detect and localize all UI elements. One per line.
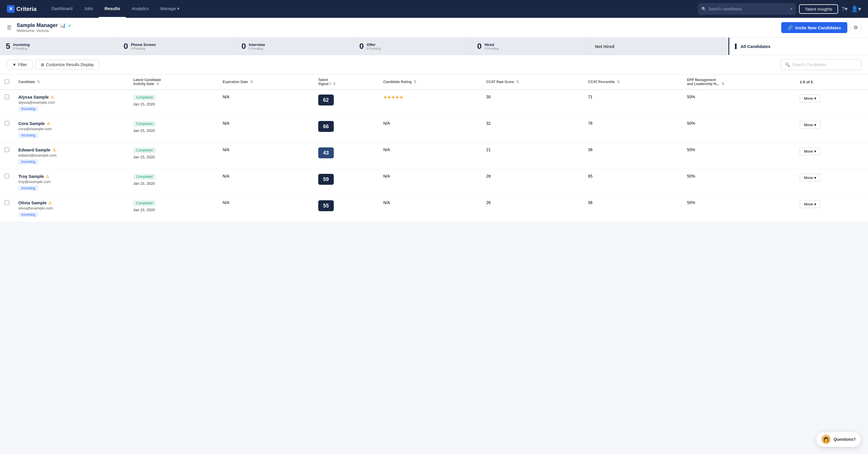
select-all-header[interactable] — [0, 74, 14, 90]
row-checkbox[interactable] — [5, 174, 9, 178]
completed-badge: Completed — [133, 174, 156, 180]
table-row: Alyssa Sample ⚠ alyssa@example.com Incom… — [0, 90, 868, 116]
pagination-label: 1-5 of 5 — [800, 80, 813, 84]
link-icon: 🔗 — [787, 25, 793, 30]
move-button[interactable]: Move ▾ — [800, 121, 820, 129]
candidate-name[interactable]: Edward Sample ⚠ — [19, 147, 124, 152]
candidate-name[interactable]: Olivia Sample ⚠ — [19, 200, 124, 205]
sort-icon: ⇅ — [413, 80, 416, 84]
candidates-table-wrapper: Candidate ⇅ Latest CandidateActivity Dat… — [0, 74, 868, 222]
candidate-name[interactable]: Troy Sample ⚠ — [19, 174, 124, 179]
warning-icon: ⚠ — [46, 121, 50, 126]
col-ccat-raw[interactable]: CCAT Raw Score ⇅ — [482, 74, 584, 90]
col-candidate-rating[interactable]: Candidate Rating ⇅ — [378, 74, 482, 90]
offer-sub: 0 Pending — [367, 47, 381, 50]
candidate-rating-cell: ★★★★★ — [378, 90, 482, 116]
user-menu-button[interactable]: 👤▾ — [851, 5, 861, 12]
row-checkbox-cell — [0, 143, 14, 169]
warning-icon: ⚠ — [48, 201, 52, 205]
candidate-name[interactable]: Alyssa Sample ⚠ — [19, 94, 124, 99]
move-button[interactable]: Move ▾ — [800, 94, 820, 102]
row-checkbox[interactable] — [5, 147, 9, 152]
pipeline-all-candidates[interactable]: ▌ All Candidates — [728, 38, 868, 55]
pipeline-incoming[interactable]: 5 Incoming 0 Pending — [0, 38, 118, 55]
pipeline-phone-screen[interactable]: 0 Phone Screen 0 Pending — [118, 38, 236, 55]
search-icon: 🔍 — [702, 7, 706, 11]
ccat-percentile-cell: 78 — [583, 116, 682, 143]
stage-badge: Incoming — [19, 186, 38, 191]
header-left: ☰ Sample Manager 📊 ✔ Melbourne, Victoria — [7, 22, 71, 33]
filter-button[interactable]: ▼ Filter — [7, 60, 32, 69]
table-row: Troy Sample ⚠ troy@example.com Incoming … — [0, 169, 868, 196]
incoming-sub: 0 Pending — [13, 47, 30, 50]
ccat-raw-score: 21 — [486, 147, 491, 152]
epp-value: 50% — [687, 147, 695, 152]
bar-chart-icon: 📊 — [60, 23, 66, 28]
expiration-value: N/A — [223, 147, 229, 152]
ccat-raw-score: 28 — [486, 174, 491, 178]
row-checkbox[interactable] — [5, 200, 9, 205]
stage-badge: Incoming — [19, 159, 38, 164]
move-cell: Move ▾ — [795, 143, 868, 169]
pipeline-offer[interactable]: 0 Offer 0 Pending — [353, 38, 471, 55]
incoming-count: 5 — [6, 42, 10, 51]
nav-search-input[interactable] — [709, 7, 788, 11]
page-subtitle: Melbourne, Victoria — [17, 28, 71, 33]
col-epp[interactable]: EPP Managementand Leadership %... ⇅ — [682, 74, 795, 90]
move-cell: Move ▾ — [795, 90, 868, 116]
expiration-value: N/A — [223, 174, 229, 178]
nav-jobs[interactable]: Jobs — [78, 0, 99, 18]
candidates-search-bar[interactable]: 🔍 — [781, 59, 861, 70]
activity-date-cell: Completed Jan 15, 2020 — [129, 143, 218, 169]
ccat-percentile-value: 38 — [588, 147, 593, 152]
page-header: ☰ Sample Manager 📊 ✔ Melbourne, Victoria… — [0, 18, 868, 38]
nav-manage[interactable]: Manage ▾ — [155, 0, 185, 18]
pipeline-hired[interactable]: 0 Hired 0 Pending — [471, 38, 589, 55]
expiration-cell: N/A — [218, 143, 313, 169]
talent-insights-button[interactable]: Talent Insights — [799, 4, 838, 14]
talent-signal-score: 62 — [318, 94, 334, 105]
pipeline-not-hired[interactable]: Not Hired — [589, 38, 728, 55]
sort-icon: ⇅ — [721, 82, 724, 86]
row-checkbox[interactable] — [5, 94, 9, 99]
help-button[interactable]: ?▾ — [842, 5, 847, 12]
col-ccat-percentile[interactable]: CCAT Percentile ⇅ — [583, 74, 682, 90]
table-header-row: Candidate ⇅ Latest CandidateActivity Dat… — [0, 74, 868, 90]
row-checkbox[interactable] — [5, 121, 9, 126]
star-rating[interactable]: ★★★★★ — [383, 95, 403, 100]
expiration-value: N/A — [223, 200, 229, 205]
candidate-name[interactable]: Cora Sample ⚠ — [19, 121, 124, 126]
col-talent-signal[interactable]: TalentSignal ℹ ⇅ — [314, 74, 379, 90]
epp-cell: 50% — [682, 116, 795, 143]
candidates-search-input[interactable] — [792, 62, 857, 67]
col-expiration[interactable]: Expiration Date ⇅ — [218, 74, 313, 90]
customize-icon: ⊞ — [41, 62, 44, 67]
invite-candidates-button[interactable]: 🔗 Invite New Candidates — [781, 22, 847, 33]
col-candidate[interactable]: Candidate ⇅ — [14, 74, 129, 90]
logo-text: Criteria — [17, 6, 36, 12]
candidate-cell: Alyssa Sample ⚠ alyssa@example.com Incom… — [14, 90, 129, 116]
talent-signal-score: 55 — [318, 200, 334, 211]
nav-analytics[interactable]: Analytics — [126, 0, 155, 18]
move-button[interactable]: Move ▾ — [800, 147, 820, 155]
ccat-raw-score: 30 — [486, 94, 491, 99]
nav-search-bar[interactable]: 🔍 ▾ — [698, 3, 796, 14]
menu-icon[interactable]: ☰ — [7, 24, 11, 31]
ccat-percentile-value: 78 — [588, 121, 593, 126]
move-cell: Move ▾ — [795, 169, 868, 196]
move-button[interactable]: Move ▾ — [800, 200, 820, 208]
talent-signal-score: 66 — [318, 121, 334, 132]
col-activity-date[interactable]: Latest CandidateActivity Date ⇅ — [129, 74, 218, 90]
settings-button[interactable]: ⚙ — [850, 22, 861, 33]
select-all-checkbox[interactable] — [5, 79, 9, 84]
move-button[interactable]: Move ▾ — [800, 174, 820, 182]
search-chevron-icon: ▾ — [790, 7, 792, 11]
epp-value: 50% — [687, 200, 695, 205]
customize-button[interactable]: ⊞ Customize Results Display — [35, 60, 99, 69]
nav-results[interactable]: Results — [99, 0, 126, 18]
candidate-rating-cell: N/A — [378, 169, 482, 196]
pipeline-interview[interactable]: 0 Interview 0 Pending — [236, 38, 353, 55]
activity-date: Jan 15, 2020 — [133, 155, 213, 159]
ccat-percentile-cell: 71 — [583, 90, 682, 116]
nav-dashboard[interactable]: Dashboard — [46, 0, 78, 18]
